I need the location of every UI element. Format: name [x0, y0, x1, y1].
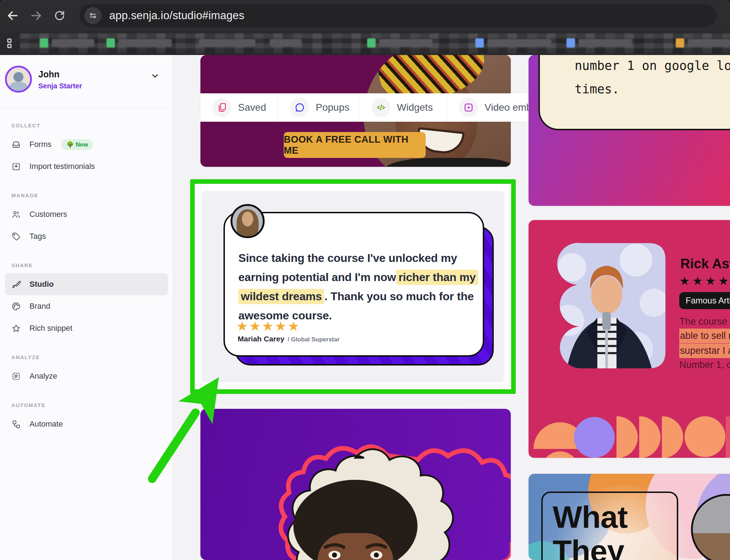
app-window: app.senja.io/studio#images John Senja St… — [0, 0, 730, 560]
sidebar-item-label: Tags — [29, 232, 46, 241]
sidebar-item-studio[interactable]: Studio — [5, 273, 168, 295]
chevron-down-icon — [150, 71, 160, 81]
bookmark-favicon[interactable] — [367, 38, 376, 48]
bookmark-item[interactable] — [487, 39, 551, 47]
deco-shape — [726, 416, 730, 458]
bookmark-item[interactable] — [270, 39, 302, 47]
poster-frame: What They — [541, 492, 678, 560]
bookmark-favicon[interactable] — [676, 38, 684, 48]
tab-label: Popups — [316, 102, 349, 113]
star-icon — [11, 324, 21, 333]
url-text: app.senja.io/studio#images — [109, 9, 244, 22]
tag-icon — [11, 232, 21, 241]
sidebar-item-import-testimonials[interactable]: Import testimonials — [5, 155, 168, 177]
sidebar-section-share: SHARE Studio Brand Rich snippet — [0, 262, 173, 339]
sidebar-item-forms[interactable]: Forms 🌳 New — [5, 133, 168, 155]
reload-icon — [54, 10, 66, 22]
sidebar-item-label: Customers — [29, 210, 67, 219]
deco-shape — [616, 416, 638, 458]
inbox-icon — [11, 140, 21, 149]
image-card-rick[interactable]: Rick Ast ★★★★★ Famous Artist The course … — [529, 220, 730, 458]
profile-plan: Senja Starter — [38, 82, 82, 90]
bubble-text: number 1 on google lots — [575, 59, 730, 73]
paintbrush-icon — [11, 280, 21, 289]
bookmark-item[interactable] — [52, 39, 94, 47]
review-text: The course wa able to sell my superstar … — [679, 315, 730, 372]
tab-widgets[interactable]: Widgets — [359, 93, 447, 122]
portrait-graphic — [200, 409, 511, 560]
author-name: Mariah Carey — [238, 335, 284, 343]
deco-shape — [541, 451, 579, 458]
reviewer-name: Rick Ast — [680, 256, 730, 271]
sidebar-section-manage: MANAGE Customers Tags — [0, 192, 173, 247]
sidebar-section-collect: COLLECT Forms 🌳 New Import testimonials — [0, 122, 173, 177]
bookmark-item[interactable] — [199, 39, 255, 47]
section-header: ANALYZE — [11, 354, 173, 360]
testimonial-byline: Mariah Carey / Global Superstar — [238, 335, 339, 343]
sidebar-item-label: Import testimonials — [29, 162, 95, 171]
bookmarks-bar[interactable] — [0, 31, 730, 55]
image-card-speech-bubble[interactable]: number 1 on google lots times. — [529, 55, 730, 206]
testimonial-text: Since taking the course I've unlocked my… — [238, 248, 478, 325]
tab-groups-icon[interactable] — [6, 37, 18, 50]
sidebar-item-label: Brand — [29, 302, 50, 311]
bookmark-favicon[interactable] — [566, 38, 575, 48]
sidebar-item-tags[interactable]: Tags — [5, 225, 168, 247]
star-rating: ★★★★★ — [679, 274, 730, 288]
sidebar-section-analyze: ANALYZE Analyze — [0, 354, 173, 387]
sidebar-item-automate[interactable]: Automate — [5, 413, 168, 435]
section-header: AUTOMATE — [11, 402, 173, 408]
popups-icon — [290, 98, 309, 117]
sidebar-item-label: Studio — [29, 280, 54, 289]
star-rating: ★★★★★ — [236, 319, 300, 334]
section-header: COLLECT — [11, 122, 173, 128]
sidebar-item-customers[interactable]: Customers — [5, 203, 168, 225]
bookmark-favicon[interactable] — [106, 38, 115, 48]
sidebar-item-label: Forms — [29, 140, 51, 149]
site-settings-icon[interactable] — [84, 7, 101, 24]
tab-saved[interactable]: Saved — [200, 93, 278, 122]
browser-toolbar: app.senja.io/studio#images — [0, 0, 730, 31]
bubble-text: times. — [575, 82, 619, 96]
reload-button[interactable] — [52, 8, 67, 23]
profile-name: John — [38, 69, 60, 79]
image-card-what-they[interactable]: What They — [529, 474, 730, 560]
author-role: / Global Superstar — [288, 336, 339, 343]
tab-popups[interactable]: Popups — [278, 93, 359, 122]
import-icon — [11, 162, 21, 171]
address-bar[interactable]: app.senja.io/studio#images — [79, 4, 717, 27]
book-call-button: BOOK A FREE CALL WITH ME — [284, 132, 426, 158]
saved-icon — [212, 98, 232, 117]
deco-shape — [662, 416, 683, 458]
section-header: SHARE — [11, 262, 173, 268]
highlighted-phrase: richer than my — [396, 270, 479, 285]
image-card-purple-portrait[interactable] — [200, 409, 511, 560]
bookmark-item[interactable] — [688, 39, 730, 47]
poster-text: They — [553, 535, 624, 560]
workspace-switcher[interactable]: John Senja Starter — [0, 55, 173, 107]
bookmark-item[interactable] — [118, 39, 172, 47]
back-arrow-icon — [6, 9, 19, 22]
tab-label: Saved — [238, 102, 266, 113]
bookmark-favicon[interactable] — [40, 38, 48, 48]
new-badge: 🌳 New — [61, 139, 93, 150]
reviewer-badge: Famous Artist — [679, 292, 730, 309]
report-icon — [11, 372, 21, 381]
sidebar-item-rich-snippet[interactable]: Rich snippet — [5, 317, 168, 339]
sidebar-item-label: Analyze — [29, 372, 57, 381]
palette-icon — [11, 302, 21, 311]
sidebar-item-brand[interactable]: Brand — [5, 295, 168, 317]
deco-shape — [639, 416, 660, 458]
highlighted-phrase: wildest dreams — [238, 289, 324, 304]
sidebar-item-label: Rich snippet — [29, 324, 72, 333]
bookmark-item[interactable] — [579, 39, 632, 47]
code-icon — [371, 98, 391, 117]
video-embed-icon — [459, 98, 478, 117]
bookmark-favicon[interactable] — [475, 38, 484, 48]
back-button[interactable] — [5, 8, 21, 23]
forward-arrow-icon — [30, 9, 43, 22]
highlighted-phrase: able to sell my — [679, 329, 730, 343]
bookmark-item[interactable] — [379, 39, 432, 47]
sidebar-item-analyze[interactable]: Analyze — [5, 365, 168, 387]
forward-button[interactable] — [28, 8, 44, 23]
